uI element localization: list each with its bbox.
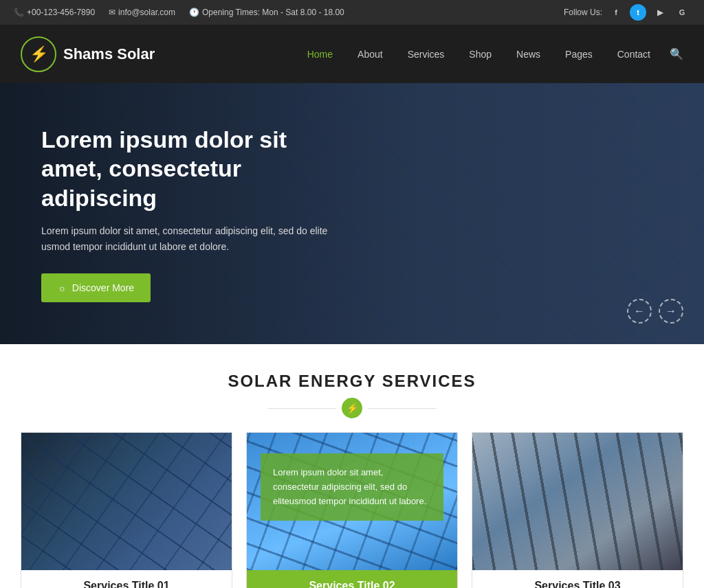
service-card-1[interactable]: Services Title 01 (21, 432, 232, 588)
service-image-1 (21, 433, 232, 570)
hero-heading: Lorem ipsum dolor sit amet, consectetur … (41, 125, 344, 213)
services-grid: Services Title 01 Lorem ipsum dolor sit … (21, 432, 683, 588)
header: ⚡ Shams Solar Home About Services Shop N… (0, 25, 704, 83)
hero-body: Lorem ipsum dolor sit amet, consectetur … (41, 223, 344, 254)
main-nav: Home About Services Shop News Pages Cont… (295, 25, 683, 83)
service-title-3: Services Title 03 (472, 570, 683, 588)
email-icon: ✉ (109, 8, 116, 17)
nav-home[interactable]: Home (295, 25, 345, 83)
nav-about[interactable]: About (345, 25, 395, 83)
service-card-2[interactable]: Lorem ipsum dolor sit amet, consectetur … (246, 432, 458, 588)
lightning-icon: ⚡ (25, 41, 52, 68)
logo-icon: ⚡ (21, 36, 56, 72)
youtube-icon[interactable]: ▶ (652, 4, 668, 21)
googleplus-icon[interactable]: G (674, 4, 690, 21)
email-info: ✉ info@solar.com (109, 8, 175, 17)
nav-news[interactable]: News (504, 25, 553, 83)
services-lightning-icon: ⚡ (342, 398, 362, 418)
service-overlay-2: Lorem ipsum dolor sit amet, consectetur … (261, 453, 443, 521)
logo: ⚡ Shams Solar (21, 36, 155, 72)
services-header: SOLAR ENERGY SERVICES ⚡ (21, 372, 683, 418)
service-title-1: Services Title 01 (21, 570, 232, 588)
nav-pages[interactable]: Pages (553, 25, 605, 83)
twitter-icon[interactable]: t (630, 4, 646, 21)
phone-info: 📞 +00-123-456-7890 (14, 8, 95, 17)
discover-more-button[interactable]: ☼ Discover More (41, 273, 151, 302)
slider-arrows: ← → (627, 299, 683, 324)
services-divider: ⚡ (21, 398, 683, 418)
clock-icon: 🕐 (189, 8, 199, 17)
nav-shop[interactable]: Shop (456, 25, 504, 83)
nav-services[interactable]: Services (395, 25, 457, 83)
services-section: SOLAR ENERGY SERVICES ⚡ Services Title 0… (0, 344, 704, 588)
top-bar-left: 📞 +00-123-456-7890 ✉ info@solar.com 🕐 Op… (14, 8, 344, 17)
logo-text: Shams Solar (63, 45, 155, 63)
follow-label: Follow Us: (564, 8, 602, 17)
service-title-2: Services Title 02 (247, 570, 457, 588)
services-title: SOLAR ENERGY SERVICES (21, 372, 683, 391)
next-arrow-button[interactable]: → (659, 299, 683, 324)
phone-icon: 📞 (14, 8, 24, 17)
top-bar-right: Follow Us: f t ▶ G (564, 4, 690, 21)
service-image-2: Lorem ipsum dolor sit amet, consectetur … (247, 433, 457, 570)
hero-section: Lorem ipsum dolor sit amet, consectetur … (0, 83, 704, 344)
facebook-icon[interactable]: f (608, 4, 624, 21)
divider-line-right (368, 408, 437, 409)
prev-arrow-button[interactable]: ← (627, 299, 652, 324)
service-card-3[interactable]: Services Title 03 (472, 432, 683, 588)
hours-info: 🕐 Opening Times: Mon - Sat 8.00 - 18.00 (189, 8, 344, 17)
top-bar: 📞 +00-123-456-7890 ✉ info@solar.com 🕐 Op… (0, 0, 704, 25)
service-image-3 (472, 433, 683, 570)
search-icon[interactable]: 🔍 (663, 47, 683, 60)
discover-icon: ☼ (58, 282, 67, 293)
divider-line-left (267, 408, 336, 409)
hero-content: Lorem ipsum dolor sit amet, consectetur … (0, 98, 385, 330)
nav-contact[interactable]: Contact (605, 25, 663, 83)
